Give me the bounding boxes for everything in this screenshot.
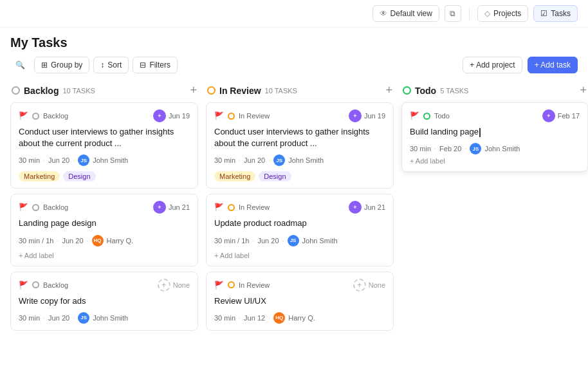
card-tags: Marketing Design (19, 171, 190, 181)
projects-button[interactable]: ◇ Projects (477, 5, 528, 22)
task-date: Jun 20 (244, 156, 265, 164)
add-task-button[interactable]: + Add task (528, 57, 578, 73)
card-due-date: Feb 17 (558, 112, 580, 120)
flag-icon: 🚩 (214, 281, 224, 290)
card-due-date: None (173, 281, 190, 289)
card-review-3[interactable]: 🚩 In Review + None Review UI/UX 30 min ·… (206, 272, 394, 331)
search-button[interactable]: 🔍 (10, 57, 30, 73)
dot2: · (73, 314, 75, 322)
card-footer: 30 min / 1h · Jun 20 · HQ Harry Q. (19, 235, 190, 246)
card-tags: Marketing Design (214, 171, 385, 181)
card-footer: 30 min · Feb 20 · JS John Smith (410, 143, 580, 154)
card-due-date: Jun 19 (364, 112, 385, 120)
card-date-area: + Jun 19 (153, 109, 190, 122)
top-nav-right: 👁 Default view ⧉ ◇ Projects ☑ Tasks (372, 5, 578, 22)
page-title: My Tasks (0, 28, 588, 53)
tag-design: Design (63, 171, 95, 181)
column-header-backlog: Backlog 10 TASKS + (10, 79, 198, 102)
card-title: Update product roadmap (214, 218, 385, 229)
column-count-in-review: 10 TASKS (265, 87, 297, 95)
tasks-button[interactable]: ☑ Tasks (533, 5, 578, 22)
avatar-js: JS (78, 154, 89, 166)
status-dot-review (228, 204, 235, 211)
card-status-label: In Review (239, 203, 270, 211)
text-cursor (479, 128, 481, 137)
dot2: · (282, 237, 284, 245)
avatar-js: JS (288, 235, 299, 246)
card-date-area: + None (158, 279, 190, 292)
card-backlog-2[interactable]: 🚩 Backlog + Jun 21 Landing page design 3… (10, 194, 198, 266)
top-nav: 👁 Default view ⧉ ◇ Projects ☑ Tasks (0, 0, 588, 28)
card-review-1[interactable]: 🚩 In Review + Jun 19 Conduct user interv… (206, 102, 394, 189)
card-due-date: Jun 19 (169, 112, 190, 120)
card-title: Conduct user interviews to gather insigh… (19, 126, 190, 149)
avatar-js: JS (470, 143, 481, 154)
filters-button[interactable]: ⊟ Filters (133, 57, 178, 73)
column-title-in-review: In Review (219, 86, 261, 96)
assignee-name: John Smith (93, 156, 128, 164)
card-meta: 🚩 Todo + Feb 17 (410, 109, 580, 122)
assignee-name: John Smith (288, 156, 324, 164)
card-review-2[interactable]: 🚩 In Review + Jun 21 Update product road… (206, 194, 394, 266)
duration: 30 min (19, 314, 40, 322)
add-in-review-button[interactable]: + (385, 84, 392, 97)
status-dot-backlog (32, 281, 39, 288)
flag-icon: 🚩 (214, 111, 224, 120)
sort-button[interactable]: ↕ Sort (93, 57, 129, 73)
flag-icon: 🚩 (19, 203, 28, 212)
default-view-button[interactable]: 👁 Default view (372, 5, 439, 22)
duration: 30 min (410, 145, 431, 153)
card-date-area: + Jun 21 (153, 201, 190, 214)
card-footer: 30 min · Jun 20 · JS John Smith (214, 154, 385, 166)
dot1: · (43, 314, 45, 322)
task-date: Jun 20 (62, 237, 83, 245)
assignee-avatar-icon: + (153, 201, 166, 214)
toolbar: 🔍 ⊞ Group by ↕ Sort ⊟ Filters + Add proj… (0, 53, 588, 79)
card-backlog-3[interactable]: 🚩 Backlog + None Write copy for ads 30 m… (10, 272, 198, 331)
task-date: Feb 20 (439, 145, 461, 153)
add-backlog-button[interactable]: + (190, 84, 197, 97)
card-date-area: + Feb 17 (542, 109, 580, 122)
card-backlog-1[interactable]: 🚩 Backlog + Jun 19 Conduct user intervie… (10, 102, 198, 189)
card-title: Review UI/UX (214, 295, 385, 307)
add-project-button[interactable]: + Add project (463, 57, 522, 73)
tag-design: Design (259, 171, 291, 181)
dot2: · (268, 314, 270, 322)
card-status-label: In Review (239, 112, 270, 120)
assignee-avatar-icon: + (349, 109, 362, 122)
duration: 30 min (19, 156, 40, 164)
task-date: Jun 20 (48, 156, 69, 164)
card-todo-1[interactable]: 🚩 Todo + Feb 17 Build landing page 30 mi… (401, 102, 588, 172)
task-date: Jun 20 (48, 314, 69, 322)
card-meta: 🚩 Backlog + Jun 19 (19, 109, 190, 122)
flag-icon: 🚩 (214, 203, 224, 212)
add-todo-button[interactable]: + (580, 84, 587, 97)
flag-icon: 🚩 (19, 281, 28, 290)
group-by-button[interactable]: ⊞ Group by (34, 57, 89, 73)
assignee-avatar-none: + (158, 279, 170, 292)
assignee-avatar-icon: + (349, 201, 362, 214)
card-due-date: Jun 21 (364, 203, 385, 211)
avatar-js: JS (78, 312, 89, 324)
card-date-area: + None (353, 279, 385, 292)
flag-icon: 🚩 (19, 111, 28, 120)
card-status-label: Backlog (43, 203, 68, 211)
add-label[interactable]: + Add label (19, 252, 190, 259)
backlog-status-dot (12, 86, 20, 95)
add-label[interactable]: + Add label (214, 252, 385, 259)
layers-icon: ⊞ (41, 60, 48, 70)
toolbar-right: + Add project + Add task (463, 57, 578, 73)
diamond-icon: ◇ (484, 9, 490, 18)
duration: 30 min / 1h (19, 237, 53, 245)
copy-icon[interactable]: ⧉ (445, 5, 461, 22)
todo-status-dot (403, 86, 411, 95)
add-label[interactable]: + Add label (410, 157, 580, 165)
card-footer: 30 min / 1h · Jun 20 · JS John Smith (214, 235, 385, 246)
assignee-avatar-icon-1: + (153, 109, 166, 122)
card-footer: 30 min · Jun 12 · HQ Harry Q. (214, 312, 385, 324)
toolbar-left: 🔍 ⊞ Group by ↕ Sort ⊟ Filters (10, 57, 178, 73)
card-meta: 🚩 In Review + None (214, 279, 385, 292)
status-dot-review (228, 281, 235, 288)
eye-icon: 👁 (380, 9, 387, 18)
flag-icon: 🚩 (410, 111, 419, 120)
